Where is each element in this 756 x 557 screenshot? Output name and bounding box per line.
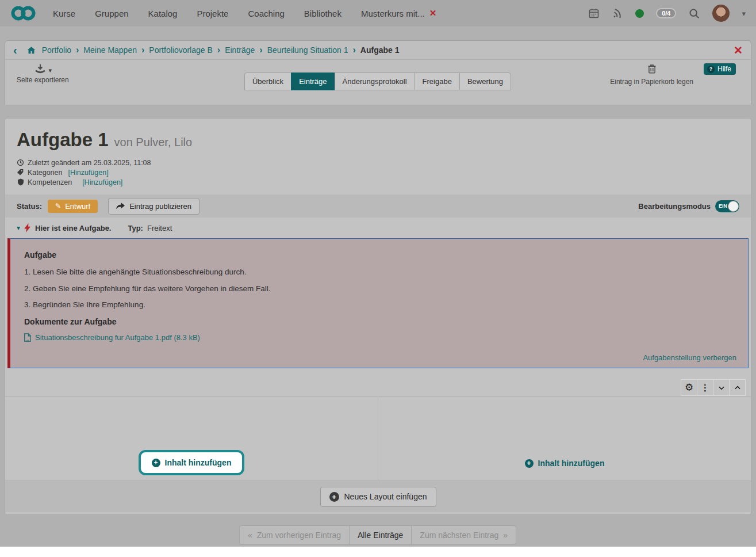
- add-content-button-right[interactable]: + Inhalt hinzufügen: [525, 459, 605, 468]
- categories-add-link[interactable]: [Hinzufügen]: [68, 169, 108, 177]
- entry-panel: Aufgabe 1von Pulver, Lilo Zuletzt geände…: [5, 118, 751, 515]
- assignment-doc-link[interactable]: Situationsbeschreibung fur Aufgabe 1.pdf…: [24, 333, 734, 342]
- tab-bewertung[interactable]: Bewertung: [459, 73, 511, 90]
- calendar-icon[interactable]: [588, 7, 600, 19]
- lightning-icon: [24, 223, 31, 232]
- assignment-heading: Aufgabe: [24, 250, 734, 260]
- modified-text: Zuletzt geändert am 25.03.2025, 11:08: [28, 159, 151, 167]
- help-label: Hilfe: [717, 65, 731, 73]
- collapse-caret-icon[interactable]: ▾: [17, 224, 20, 232]
- plus-circle-icon: +: [152, 459, 160, 467]
- nav-item-bibliothek[interactable]: Bibliothek: [304, 9, 341, 18]
- layout-section-toolbar: ⚙ ⋮: [5, 379, 751, 396]
- chevrons-left-icon: «: [248, 531, 252, 540]
- crumb-separator-icon: ›: [76, 45, 79, 55]
- tab-ueberblick[interactable]: Überblick: [244, 73, 291, 90]
- toggle-knob: [728, 201, 739, 212]
- layout-column-left: + Inhalt hinzufügen: [5, 397, 378, 480]
- edit-mode-label: Bearbeitungsmodus: [638, 202, 711, 211]
- assignment-type-value: Freitext: [147, 224, 172, 232]
- back-chevron-icon[interactable]: ‹: [13, 44, 17, 56]
- pdf-file-icon: [24, 333, 31, 342]
- assignment-step: 3. Begründen Sie Ihre Empfehlung.: [24, 300, 734, 309]
- competences-add-link[interactable]: [Hinzufügen]: [82, 178, 122, 186]
- next-entry-button[interactable]: Zum nächsten Eintrag »: [411, 525, 516, 545]
- breadcrumb-trail: Portfolio › Meine Mappen › Portfoliovorl…: [42, 45, 400, 55]
- openolat-logo-icon[interactable]: [10, 5, 37, 22]
- main-menu: Kurse Gruppen Katalog Projekte Coaching …: [53, 9, 341, 18]
- status-value: Entwurf: [65, 202, 90, 211]
- move-up-button[interactable]: [729, 379, 746, 396]
- search-icon[interactable]: [688, 7, 700, 20]
- crumb-separator-icon: ›: [353, 45, 356, 55]
- add-content-button-left[interactable]: + Inhalt hinzufügen: [139, 450, 245, 475]
- tag-icon: [17, 169, 24, 176]
- all-entries-button[interactable]: Alle Einträge: [349, 525, 412, 545]
- crumb-portfolio[interactable]: Portfolio: [42, 45, 71, 55]
- categories-line: Kategorien [Hinzufügen]: [17, 167, 739, 177]
- assignment-collapse-header: ▾ Hier ist eine Aufgabe. Typ: Freitext: [5, 218, 751, 238]
- presence-status-icon[interactable]: [635, 9, 644, 18]
- nav-item-projekte[interactable]: Projekte: [197, 9, 228, 18]
- new-layout-button[interactable]: + Neues Layout einfügen: [320, 487, 436, 507]
- course-tab-label[interactable]: Musterkurs mit...: [361, 9, 425, 18]
- rss-icon[interactable]: [612, 7, 623, 19]
- top-navbar: Kurse Gruppen Katalog Projekte Coaching …: [0, 0, 756, 26]
- question-icon: ?: [707, 66, 715, 73]
- nav-item-katalog[interactable]: Katalog: [148, 9, 178, 18]
- user-menu-caret-icon[interactable]: ▾: [742, 9, 746, 18]
- clock-icon: [17, 159, 24, 166]
- entry-meta: Zuletzt geändert am 25.03.2025, 11:08 Ka…: [17, 158, 739, 187]
- crumb-current-aufgabe-1: Aufgabe 1: [360, 45, 400, 55]
- page-bottom-strip: [0, 547, 756, 557]
- crumb-eintraege[interactable]: Einträge: [225, 45, 255, 55]
- crumb-beurteilung-situation-1[interactable]: Beurteilung Situation 1: [267, 45, 348, 55]
- competences-line: Kompetenzen [Hinzufügen]: [17, 177, 739, 187]
- crumb-portfoliovorlage-b[interactable]: Portfoliovorlage B: [149, 45, 213, 55]
- competences-label: Kompetenzen: [28, 178, 72, 186]
- hide-assignment-link[interactable]: Aufgabenstellung verbergen: [643, 353, 736, 362]
- gear-icon: ⚙: [685, 383, 693, 392]
- course-tab[interactable]: Musterkurs mit... ✕: [361, 8, 436, 18]
- add-content-left-label: Inhalt hinzufügen: [165, 458, 232, 467]
- status-label: Status:: [17, 202, 42, 211]
- entry-byline: von Pulver, Lilo: [114, 136, 193, 148]
- previous-entry-button[interactable]: « Zum vorherigen Eintrag: [239, 525, 350, 545]
- close-page-icon[interactable]: ✕: [734, 44, 743, 57]
- chevrons-right-icon: »: [503, 531, 508, 540]
- tab-aenderungsprotokoll[interactable]: Änderungsprotokoll: [335, 73, 415, 90]
- notification-count-badge[interactable]: 0/4: [656, 8, 676, 18]
- layout-settings-button[interactable]: ⚙: [681, 379, 697, 396]
- crumb-separator-icon: ›: [217, 45, 220, 55]
- assignment-doc-link-label[interactable]: Situationsbeschreibung fur Aufgabe 1.pdf…: [35, 333, 200, 342]
- layout-more-button[interactable]: ⋮: [697, 379, 713, 396]
- edit-mode-toggle[interactable]: EIN: [715, 200, 739, 212]
- publish-entry-button[interactable]: Eintrag publizieren: [108, 198, 199, 215]
- nav-item-kurse[interactable]: Kurse: [53, 9, 75, 18]
- entry-tabs: Überblick Einträge Änderungsprotokoll Fr…: [5, 73, 751, 90]
- course-tab-close-icon[interactable]: ✕: [429, 8, 437, 18]
- crumb-meine-mappen[interactable]: Meine Mappen: [83, 45, 137, 55]
- modified-line: Zuletzt geändert am 25.03.2025, 11:08: [17, 158, 739, 167]
- layout-column-right: + Inhalt hinzufügen: [378, 397, 751, 480]
- new-layout-strip: + Neues Layout einfügen: [5, 480, 751, 512]
- nav-item-coaching[interactable]: Coaching: [248, 9, 284, 18]
- edit-mode-control: Bearbeitungsmodus EIN: [638, 200, 739, 212]
- assignment-type-label: Typ:: [128, 224, 143, 232]
- app-root: Kurse Gruppen Katalog Projekte Coaching …: [0, 0, 756, 557]
- user-avatar[interactable]: [712, 5, 730, 22]
- tab-freigabe[interactable]: Freigabe: [415, 73, 460, 90]
- pencil-icon: ✎: [55, 202, 61, 210]
- nav-item-gruppen[interactable]: Gruppen: [95, 9, 128, 18]
- tab-eintraege[interactable]: Einträge: [291, 73, 335, 90]
- assignment-step: 2. Geben Sie eine Empfehlung für das wei…: [24, 284, 734, 293]
- publish-arrow-icon: [116, 203, 125, 210]
- move-down-button[interactable]: [713, 379, 730, 396]
- plus-circle-icon: +: [329, 492, 339, 502]
- status-draft-badge[interactable]: ✎ Entwurf: [48, 200, 98, 213]
- home-icon[interactable]: [26, 45, 36, 55]
- previous-entry-label: Zum vorherigen Eintrag: [257, 531, 341, 540]
- navbar-right-tools: 0/4 ▾: [588, 5, 746, 22]
- entry-header: Aufgabe 1von Pulver, Lilo Zuletzt geände…: [5, 119, 751, 187]
- assignment-step: 1. Lesen Sie bitte die angehängte Situat…: [24, 268, 734, 276]
